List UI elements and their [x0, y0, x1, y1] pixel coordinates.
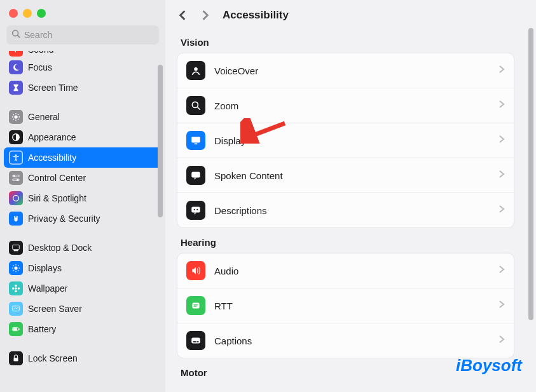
- sidebar-item-control-center[interactable]: Control Center: [4, 168, 161, 188]
- gear-icon: [9, 110, 23, 124]
- sidebar-item-label: Siri & Spotlight: [28, 193, 86, 203]
- svg-marker-39: [195, 212, 196, 214]
- svg-line-33: [197, 107, 200, 110]
- svg-point-9: [13, 196, 19, 201]
- hearing-list: Audio RTT Captions: [177, 253, 514, 358]
- captions-icon: [186, 331, 205, 350]
- vision-list: VoiceOver Zoom Display Spoken Content: [177, 53, 514, 228]
- sidebar-item-label: Desktop & Dock: [28, 243, 92, 253]
- toolbar: Accessibility: [165, 0, 536, 28]
- sidebar-item-general[interactable]: General: [4, 107, 161, 127]
- chevron-right-icon: [498, 300, 505, 311]
- section-title-hearing: Hearing: [181, 237, 514, 248]
- moon-icon: [9, 60, 23, 74]
- svg-point-21: [15, 287, 17, 290]
- row-voiceover[interactable]: VoiceOver: [177, 53, 514, 88]
- descriptions-icon: [186, 201, 205, 220]
- close-window-button[interactable]: [9, 9, 18, 18]
- row-spoken-content[interactable]: Spoken Content: [177, 158, 514, 193]
- svg-rect-11: [14, 250, 18, 252]
- chevron-right-icon: [498, 135, 505, 146]
- minimize-window-button[interactable]: [23, 9, 32, 18]
- sidebar-scrollbar[interactable]: [158, 65, 164, 287]
- dock-icon: [9, 241, 23, 255]
- window-controls: [0, 0, 165, 25]
- sidebar-item-screen-saver[interactable]: Screen Saver: [4, 299, 161, 319]
- row-rtt[interactable]: RTT: [177, 288, 514, 323]
- svg-line-18: [18, 270, 18, 271]
- svg-rect-46: [193, 341, 196, 342]
- svg-point-32: [192, 102, 198, 107]
- svg-point-8: [17, 179, 18, 181]
- sidebar-item-label: Screen Saver: [28, 304, 82, 314]
- sidebar-item-focus[interactable]: Focus: [4, 57, 161, 78]
- sidebar-list: Sound Focus Screen Time General Appearan…: [0, 51, 165, 392]
- sidebar-item-sound[interactable]: Sound: [4, 51, 161, 57]
- svg-rect-38: [191, 206, 200, 212]
- svg-point-2: [14, 115, 17, 118]
- sidebar-item-screen-time[interactable]: Screen Time: [4, 78, 161, 98]
- svg-line-20: [18, 266, 18, 266]
- sidebar-item-wallpaper[interactable]: Wallpaper: [4, 278, 161, 299]
- search-field[interactable]: [6, 25, 159, 44]
- svg-rect-29: [13, 328, 17, 330]
- chevron-right-icon: [498, 65, 505, 76]
- row-label: Descriptions: [214, 205, 490, 216]
- page-title: Accessibility: [223, 9, 289, 22]
- sidebar-item-battery[interactable]: Battery: [4, 319, 161, 339]
- svg-point-25: [18, 287, 20, 290]
- svg-point-22: [15, 285, 17, 287]
- svg-rect-45: [191, 338, 200, 344]
- sidebar-item-label: Privacy & Security: [28, 213, 100, 224]
- sidebar-item-privacy-security[interactable]: Privacy & Security: [4, 208, 161, 229]
- sidebar-item-lock-screen[interactable]: Lock Screen: [4, 348, 161, 368]
- svg-point-0: [13, 30, 18, 36]
- screensaver-icon: [9, 302, 23, 316]
- sidebar-item-accessibility[interactable]: Accessibility: [4, 147, 161, 168]
- row-descriptions[interactable]: Descriptions: [177, 193, 514, 227]
- sidebar-item-appearance[interactable]: Appearance: [4, 127, 161, 147]
- svg-point-4: [15, 154, 17, 156]
- svg-line-1: [18, 36, 20, 38]
- sidebar-item-label: Control Center: [28, 173, 86, 183]
- row-label: Zoom: [214, 100, 490, 111]
- back-button[interactable]: [177, 10, 188, 21]
- chevron-right-icon: [498, 170, 505, 181]
- sidebar-item-displays[interactable]: Displays: [4, 258, 161, 278]
- row-label: Audio: [214, 266, 490, 276]
- sidebar: Sound Focus Screen Time General Appearan…: [0, 0, 165, 392]
- speech-icon: [186, 166, 205, 185]
- lock-icon: [9, 351, 23, 365]
- appearance-icon: [9, 130, 23, 144]
- row-captions[interactable]: Captions: [177, 323, 514, 358]
- section-title-motor: Motor: [181, 367, 514, 378]
- svg-line-17: [13, 266, 14, 266]
- forward-button[interactable]: [200, 10, 211, 21]
- svg-rect-42: [192, 303, 199, 309]
- svg-point-40: [194, 209, 195, 210]
- hourglass-icon: [9, 81, 23, 95]
- svg-rect-47: [196, 341, 198, 342]
- battery-icon: [9, 322, 23, 336]
- chevron-right-icon: [498, 265, 505, 276]
- row-display[interactable]: Display: [177, 123, 514, 158]
- row-label: Captions: [214, 335, 490, 346]
- row-zoom[interactable]: Zoom: [177, 88, 514, 123]
- brightness-icon: [9, 261, 23, 275]
- sidebar-item-label: Sound: [28, 51, 53, 55]
- row-label: Display: [214, 135, 490, 146]
- sidebar-item-siri-spotlight[interactable]: Siri & Spotlight: [4, 188, 161, 208]
- section-title-vision: Vision: [181, 37, 514, 48]
- flower-icon: [9, 281, 23, 295]
- accessibility-icon: [9, 151, 23, 165]
- sidebar-item-desktop-dock[interactable]: Desktop & Dock: [4, 238, 161, 258]
- content-scrollbar[interactable]: [528, 28, 535, 321]
- audio-icon: [186, 261, 205, 280]
- zoom-window-button[interactable]: [37, 9, 46, 18]
- row-audio[interactable]: Audio: [177, 253, 514, 288]
- voiceover-icon: [186, 61, 205, 80]
- sidebar-item-label: Appearance: [28, 132, 76, 142]
- svg-rect-30: [14, 358, 18, 361]
- search-input[interactable]: [24, 30, 154, 40]
- svg-rect-28: [18, 328, 19, 330]
